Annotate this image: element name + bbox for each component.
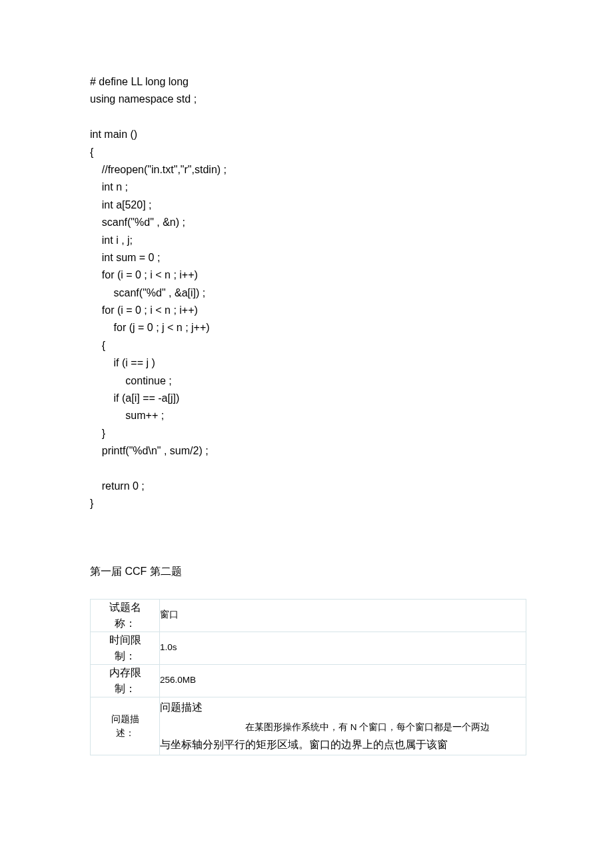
table-row: 内存限 制： 256.0MB <box>91 664 526 697</box>
label-line2: 制： <box>115 650 136 661</box>
label-line2: 制： <box>115 683 136 694</box>
label-line1: 内存限 <box>109 667 141 678</box>
table-row: 时间限 制： 1.0s <box>91 632 526 664</box>
label-line1: 时间限 <box>109 634 141 646</box>
row-label-time: 时间限 制： <box>91 632 160 664</box>
description-title: 问题描述 <box>160 698 526 716</box>
row-value-description: 问题描述 在某图形操作系统中，有 N 个窗口，每个窗口都是一个两边 与坐标轴分别… <box>160 697 526 755</box>
label-line2: 述： <box>116 727 135 738</box>
code-block: # define LL long long using namespace st… <box>90 73 526 513</box>
description-body: 在某图形操作系统中，有 N 个窗口，每个窗口都是一个两边 与坐标轴分别平行的矩形… <box>160 717 526 753</box>
desc-line1: 在某图形操作系统中，有 N 个窗口，每个窗口都是一个两边 <box>245 722 490 732</box>
row-value-time: 1.0s <box>160 632 526 664</box>
row-label-name: 试题名 称： <box>91 599 160 632</box>
row-value-name: 窗口 <box>160 599 526 632</box>
row-value-memory: 256.0MB <box>160 664 526 697</box>
table-row: 问题描 述： 问题描述 在某图形操作系统中，有 N 个窗口，每个窗口都是一个两边… <box>91 697 526 755</box>
label-line1: 问题描 <box>111 713 139 724</box>
row-label-memory: 内存限 制： <box>91 664 160 697</box>
section-heading: 第一届 CCF 第二题 <box>90 565 526 579</box>
table-row: 试题名 称： 窗口 <box>91 599 526 632</box>
problem-table: 试题名 称： 窗口 时间限 制： 1.0s 内存限 制： 256.0MB <box>90 599 526 755</box>
row-label-description: 问题描 述： <box>91 697 160 755</box>
label-line2: 称： <box>115 618 136 629</box>
label-line1: 试题名 <box>109 602 141 613</box>
desc-line2: 与坐标轴分别平行的矩形区域。窗口的边界上的点也属于该窗 <box>160 739 448 750</box>
document-page: # define LL long long using namespace st… <box>0 0 613 868</box>
